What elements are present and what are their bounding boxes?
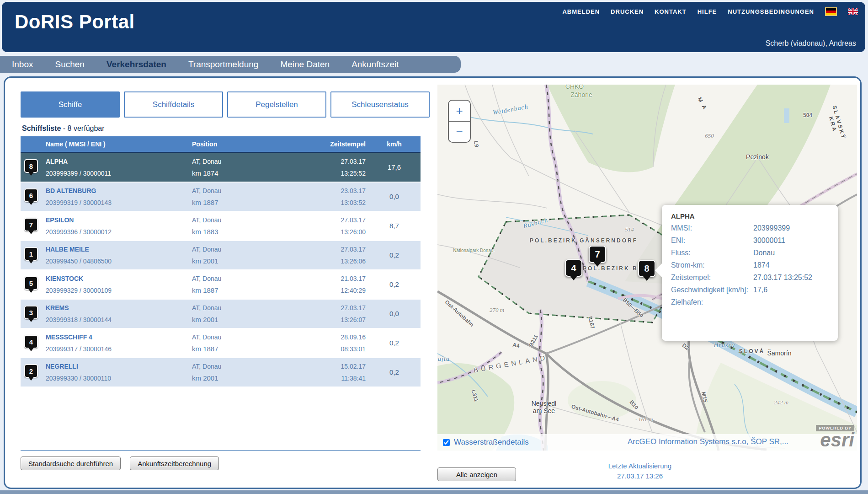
ship-speed: 0,2 — [368, 368, 421, 376]
standard-search-button[interactable]: Standardsuche durchführen — [21, 456, 121, 470]
ship-row[interactable]: 2NEGRELLI203999330 / 30000110AT, Donaukm… — [21, 358, 421, 387]
ship-row[interactable]: 5KIENSTOCK203999329 / 30000109AT, Donauk… — [21, 270, 421, 300]
ship-time: 13:26:00 — [341, 228, 366, 236]
ship-country-river: AT, Donau — [192, 304, 221, 311]
ship-date: 15.02.17 — [341, 363, 366, 370]
show-all-button[interactable]: Alle anzeigen — [437, 467, 516, 481]
ship-speed-cell: 8,7 — [368, 212, 421, 240]
ship-country-river: AT, Donau — [192, 158, 221, 165]
ship-time: 13:26:07 — [341, 316, 366, 323]
ship-row[interactable]: 1HALBE MEILE203999450 / 04806500AT, Dona… — [21, 241, 421, 270]
header-link[interactable]: HILFE — [698, 8, 717, 15]
ship-time: 08:33:01 — [341, 345, 366, 353]
ship-name-cell: 1HALBE MEILE203999450 / 04806500 — [21, 241, 171, 269]
ship-river-km: km 1883 — [192, 228, 218, 236]
ship-list-separator: - — [63, 124, 65, 132]
popup-rows: MMSI:203999399ENI:30000011Fluss:DonauStr… — [671, 224, 829, 307]
ship-position-cell: AT, Donaukm 2001 — [171, 300, 283, 328]
ship-time: 13:25:52 — [341, 170, 366, 177]
header-link[interactable]: ABMELDEN — [562, 8, 600, 15]
zoom-in-button[interactable]: + — [449, 101, 470, 122]
detail-tabs: SchiffeSchiffdetailsPegelstellenSchleuse… — [21, 91, 430, 118]
ship-marker-pin: 4 — [24, 335, 38, 349]
ship-timestamp-cell: 27.03.1713:25:52 — [283, 153, 368, 182]
header-link[interactable]: NUTZUNGSBEDINGUNGEN — [728, 8, 814, 15]
ship-mmsi-eni: 203999330 / 30000110 — [46, 375, 111, 382]
ship-mmsi-eni: 203999319 / 30000143 — [46, 199, 112, 206]
nav-item-meine daten[interactable]: Meine Daten — [280, 59, 330, 70]
ship-speed-cell: 17,6 — [368, 153, 421, 182]
british-flag-icon[interactable] — [848, 8, 858, 15]
ship-river-km: km 1887 — [192, 286, 218, 294]
header-link[interactable]: DRUCKEN — [611, 8, 644, 15]
col-timestamp: Zeitstempel — [283, 140, 368, 148]
ship-date: 27.03.17 — [341, 304, 366, 311]
popup-row: Strom-km:1874 — [671, 261, 829, 270]
popup-field-value: Donau — [753, 248, 775, 258]
german-flag-icon[interactable] — [825, 7, 837, 16]
ship-name-cell: 6BD ALTENBURG203999319 / 30000143 — [21, 183, 171, 211]
ship-mmsi-eni: 203999399 / 30000011 — [46, 170, 111, 177]
arrival-time-calc-button[interactable]: Ankunftszeitberechnung — [130, 456, 219, 470]
ship-info-popup: ALPHA MMSI:203999399ENI:30000011Fluss:Do… — [662, 205, 838, 341]
ship-list-title-text: Schiffsliste — [22, 124, 61, 132]
popup-field-label: Zielhafen: — [671, 298, 753, 307]
popup-row: Fluss:Donau — [671, 248, 829, 258]
map-ship-marker-7[interactable]: 7 — [589, 246, 606, 263]
popup-field-label: Geschwindigkeit [km/h]: — [671, 285, 753, 295]
map-ship-marker-4[interactable]: 4 — [565, 259, 582, 277]
ship-row[interactable]: 6BD ALTENBURG203999319 / 30000143AT, Don… — [21, 183, 421, 212]
ship-name: MESSSCHIFF 4 — [46, 333, 92, 341]
page-footer-strip — [0, 490, 868, 494]
ship-position-cell: AT, Donaukm 2001 — [171, 358, 283, 387]
popup-row: ENI:30000011 — [671, 236, 829, 245]
ship-marker-pin: 5 — [24, 276, 38, 290]
ship-river-km: km 1887 — [192, 199, 218, 206]
map-footer-bar: Wasserstraßendetails ArcGEO Information … — [437, 434, 857, 451]
map[interactable]: CHKOZáhorieWeidenbachL9M A650504SLAVSKÝ … — [437, 85, 857, 451]
map-zoom-control: + − — [448, 100, 471, 143]
last-update-label: Letzte Aktualisierung — [526, 461, 754, 471]
ship-row[interactable]: 8ALPHA203999399 / 30000011AT, Donaukm 18… — [21, 153, 421, 183]
ship-river-km: km 2001 — [192, 316, 218, 323]
ship-marker-pin: 1 — [24, 247, 38, 261]
tab-schiffdetails[interactable]: Schiffdetails — [124, 91, 223, 118]
waterway-details-checkbox[interactable] — [443, 439, 450, 446]
nav-item-suchen[interactable]: Suchen — [55, 59, 84, 70]
ship-date: 27.03.17 — [341, 158, 366, 165]
ship-speed: 0,2 — [368, 280, 421, 288]
ship-timestamp-cell: 21.03.1712:40:29 — [283, 270, 368, 299]
header-link[interactable]: KONTAKT — [655, 8, 687, 15]
ship-list-available: verfügbar — [74, 124, 105, 132]
ship-position-cell: AT, Donaukm 1874 — [171, 153, 283, 182]
ship-marker-pin: 7 — [24, 218, 38, 231]
ship-river-km: km 1874 — [192, 169, 218, 177]
popup-field-value: 27.03.17 13:25:52 — [753, 273, 812, 282]
nav-item-ankunftszeit[interactable]: Ankunftszeit — [351, 59, 399, 70]
nav-item-transportmeldung[interactable]: Transportmeldung — [188, 59, 258, 70]
tab-schiffe[interactable]: Schiffe — [21, 91, 120, 118]
ship-table: Name ( MMSI / ENI ) Position Zeitstempel… — [21, 136, 421, 387]
waterway-details-label[interactable]: Wasserstraßendetails — [454, 438, 529, 447]
popup-field-value: 1874 — [753, 261, 770, 270]
tab-schleusenstatus[interactable]: Schleusenstatus — [330, 91, 430, 118]
logged-in-user: Scherb (viadonau), Andreas — [766, 39, 856, 48]
ship-name-cell: 8ALPHA203999399 / 30000011 — [21, 153, 171, 182]
ship-row[interactable]: 4MESSSCHIFF 4203999317 / 30000146AT, Don… — [21, 329, 421, 358]
ship-speed: 8,7 — [368, 222, 421, 230]
map-ship-marker-8[interactable]: 8 — [638, 260, 655, 277]
nav-item-verkehrsdaten[interactable]: Verkehrsdaten — [107, 59, 166, 70]
tab-pegelstellen[interactable]: Pegelstellen — [227, 91, 326, 118]
ship-mmsi-eni: 203999396 / 30000012 — [46, 228, 112, 236]
nav-item-inbox[interactable]: Inbox — [12, 59, 33, 70]
ship-row[interactable]: 7EPSILON203999396 / 30000012AT, Donaukm … — [21, 212, 421, 241]
ship-river-km: km 2001 — [192, 257, 218, 265]
ship-country-river: AT, Donau — [192, 246, 221, 253]
ship-marker-pin: 2 — [24, 364, 38, 378]
zoom-out-button[interactable]: − — [449, 122, 470, 142]
ship-date: 27.03.17 — [341, 246, 366, 253]
ship-name: BD ALTENBURG — [46, 187, 96, 194]
ship-row[interactable]: 3KREMS203999318 / 30000144AT, Donaukm 20… — [21, 300, 421, 329]
popup-field-label: MMSI: — [671, 224, 753, 233]
ship-river-km: km 2001 — [192, 374, 218, 382]
